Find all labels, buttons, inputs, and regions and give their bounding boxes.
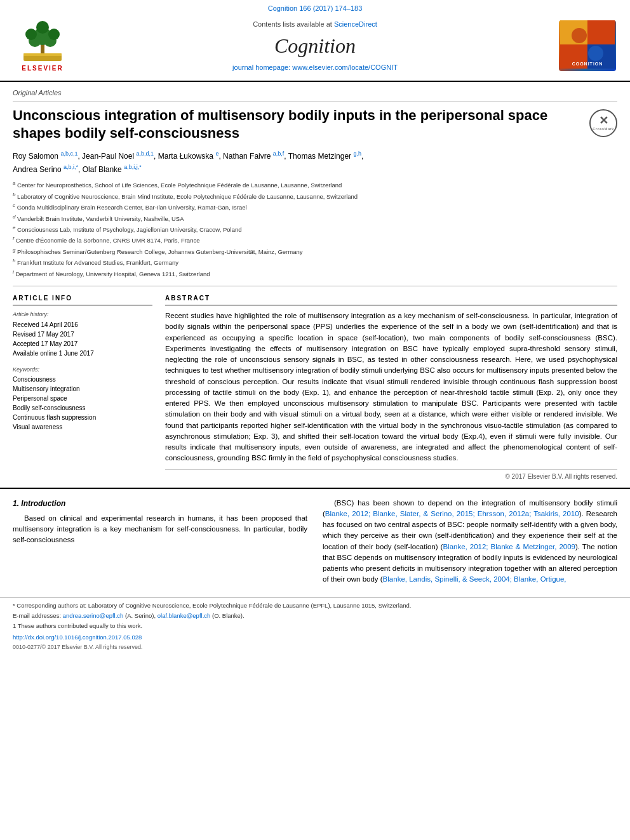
email1-link[interactable]: andrea.serino@epfl.ch (63, 612, 124, 619)
elsevier-label: ELSEVIER (22, 64, 63, 73)
svg-text:COGNITION: COGNITION (572, 62, 603, 66)
cognition-logo-image: COGNITION (559, 20, 616, 71)
article-history-block: Article history: Received 14 April 2016 … (13, 310, 152, 358)
info-abstract-columns: ARTICLE INFO Article history: Received 1… (13, 294, 617, 481)
journal-header: Cognition 166 (2017) 174–183 (0, 0, 630, 82)
journal-title: Cognition (77, 32, 553, 60)
footnotes-section: * Corresponding authors at: Laboratory o… (0, 597, 630, 631)
intro-heading: 1. Introduction (13, 498, 307, 509)
doi-line: http://dx.doi.org/10.1016/j.cognition.20… (0, 633, 630, 641)
crossmark-badge[interactable]: ✕ CrossMark (589, 109, 617, 137)
article-info-column: ARTICLE INFO Article history: Received 1… (13, 294, 152, 481)
available-date: Available online 1 June 2017 (13, 349, 152, 358)
svg-point-7 (36, 21, 49, 34)
journal-homepage: journal homepage: www.elsevier.com/locat… (77, 63, 553, 72)
article-section: Original Articles Unconscious integratio… (0, 82, 630, 481)
intro-para-1: Based on clinical and experimental resea… (13, 513, 307, 546)
svg-rect-9 (23, 53, 62, 56)
article-info-heading: ARTICLE INFO (13, 294, 152, 305)
page: Cognition 166 (2017) 174–183 (0, 0, 630, 840)
equal-contribution-footnote: 1 These authors contributed equally to t… (13, 622, 617, 630)
issn-footer: 0010-0277/© 2017 Elsevier B.V. All right… (0, 643, 630, 651)
elsevier-tree-icon (17, 18, 68, 63)
section-type-label: Original Articles (13, 88, 617, 101)
main-two-columns: 1. Introduction Based on clinical and ex… (13, 498, 617, 590)
crossmark-icon: ✕ (599, 115, 608, 126)
abstract-column: ABSTRACT Recent studies have highlighted… (165, 294, 617, 481)
keyword-5: Continuous flash suppression (13, 413, 152, 422)
cite-blanke-landis: Blanke, Landis, Spinelli, & Seeck, 2004;… (383, 575, 566, 583)
revised-date: Revised 17 May 2017 (13, 330, 152, 339)
keyword-6: Visual awareness (13, 423, 152, 432)
cite-blanke2012: Blanke, 2012; Blanke, Slater, & Serino, … (325, 510, 579, 517)
affiliations-block: a Center for Neuroprosthetics, School of… (13, 180, 617, 286)
corresponding-footnote: * Corresponding authors at: Laboratory o… (13, 601, 617, 610)
email2-link[interactable]: olaf.blanke@epfl.ch (158, 612, 211, 619)
svg-point-13 (572, 28, 587, 43)
elsevier-logo: ELSEVIER (8, 18, 77, 73)
accepted-date: Accepted 17 May 2017 (13, 340, 152, 349)
keyword-3: Peripersonal space (13, 394, 152, 403)
keyword-2: Multisensory integration (13, 385, 152, 394)
svg-point-14 (588, 46, 603, 61)
affiliation-b: b Laboratory of Cognitive Neuroscience, … (13, 191, 617, 201)
affiliation-g: g Philosophisches Seminar/Gutenberg Rese… (13, 246, 617, 257)
journal-center: Contents lists available at ScienceDirec… (77, 20, 553, 73)
main-col-left: 1. Introduction Based on clinical and ex… (13, 498, 307, 590)
journal-info-line: Cognition 166 (2017) 174–183 (0, 0, 630, 15)
keywords-block: Keywords: Consciousness Multisensory int… (13, 366, 152, 432)
svg-point-5 (25, 29, 37, 40)
contents-available-label: Contents lists available at ScienceDirec… (77, 20, 553, 29)
article-title: Unconscious integration of multisensory … (13, 107, 589, 143)
intro-para-2: (BSC) has been shown to depend on the in… (323, 498, 617, 585)
cite-blanke-metz: Blanke, 2012; Blanke & Metzinger, 2009 (443, 543, 575, 550)
cognition-logo-svg: COGNITION (560, 20, 615, 69)
abstract-heading: ABSTRACT (165, 294, 617, 305)
authors-line: Roy Salomon a,b,c,1, Jean-Paul Noel a,b,… (13, 149, 617, 176)
keywords-label: Keywords: (13, 366, 152, 374)
affiliation-a: a Center for Neuroprosthetics, School of… (13, 180, 617, 190)
svg-point-6 (48, 29, 60, 40)
affiliation-d: d Vanderbilt Brain Institute, Vanderbilt… (13, 213, 617, 223)
main-content-section: 1. Introduction Based on clinical and ex… (0, 488, 630, 590)
abstract-text: Recent studies have highlighted the role… (165, 310, 617, 464)
email-footnote: E-mail addresses: andrea.serino@epfl.ch … (13, 611, 617, 620)
keyword-4: Bodily self-consciousness (13, 404, 152, 413)
cognition-logo-box: COGNITION (553, 20, 622, 71)
article-title-row: Unconscious integration of multisensory … (13, 107, 617, 143)
affiliation-f: f Centre d'Économie de la Sorbonne, CNRS… (13, 235, 617, 245)
history-label: Article history: (13, 310, 152, 319)
keyword-1: Consciousness (13, 375, 152, 384)
copyright-line: © 2017 Elsevier B.V. All rights reserved… (165, 469, 617, 481)
main-col-right: (BSC) has been shown to depend on the in… (323, 498, 617, 590)
affiliation-i: i Department of Neurology, University Ho… (13, 269, 617, 279)
received-date: Received 14 April 2016 (13, 321, 152, 330)
affiliation-h: h Frankfurt Institute for Advanced Studi… (13, 257, 617, 267)
affiliation-e: e Consciousness Lab, Institute of Psycho… (13, 224, 617, 234)
affiliation-c: c Gonda Multidisciplinary Brain Research… (13, 202, 617, 212)
crossmark-label: CrossMark (593, 126, 614, 131)
